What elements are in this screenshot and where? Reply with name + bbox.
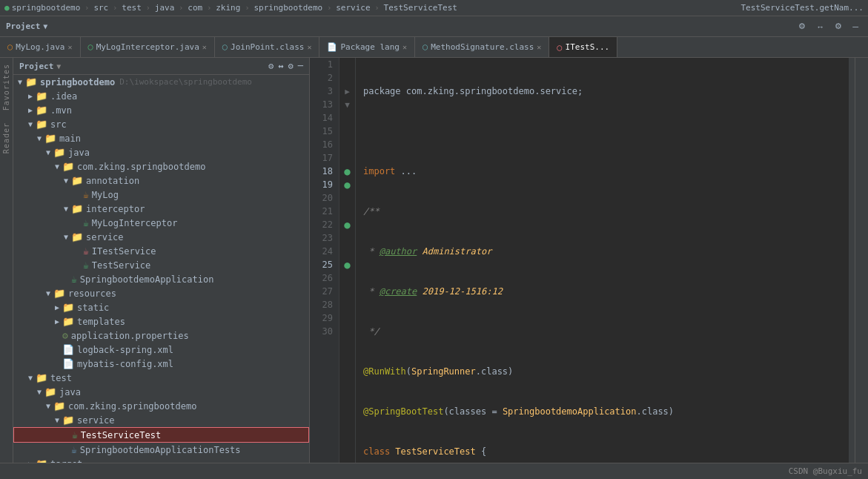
tab-close-methodsignature[interactable]: ✕: [537, 43, 541, 51]
tree-item-mvn[interactable]: ▶ 📁 .mvn: [13, 103, 309, 117]
tab-itests[interactable]: ○ ITestS...: [549, 37, 617, 57]
tree-item-static[interactable]: ▶ 📁 static: [13, 300, 309, 314]
sidebar-expand-icon[interactable]: ↔: [278, 61, 283, 71]
tab-label-itests: ITestS...: [566, 42, 610, 52]
tree-item-testservice[interactable]: ☕ TestService: [13, 258, 309, 272]
gutter-26: [339, 271, 355, 285]
sidebar-header: Project ▼ ⚙ ↔ ⚙ ─: [13, 58, 309, 75]
tree-item-src[interactable]: ▼ 📁 src: [13, 117, 309, 131]
tab-close-mylog[interactable]: ✕: [67, 43, 72, 51]
gutter-27: [339, 285, 355, 298]
tree-label-interceptor: interceptor: [86, 204, 145, 214]
gutter-1: [339, 58, 355, 71]
tab-methodsignature[interactable]: ○ MethodSignature.class ✕: [415, 37, 549, 57]
tree-item-templates[interactable]: ▶ 📁 templates: [13, 314, 309, 328]
breadcrumb-springbootdemo[interactable]: ● springbootdemo: [4, 3, 80, 13]
vtab-favorites[interactable]: Favorites: [1, 58, 12, 116]
line-num-28: 28: [310, 298, 333, 311]
line-num-20: 20: [310, 191, 333, 205]
tree-label-service-main: service: [86, 232, 124, 242]
arrow-mvn: ▶: [25, 106, 36, 114]
toolbar-minimize-btn[interactable]: ─: [849, 21, 862, 33]
tree-label-com-zking: com.zking.springbootdemo: [77, 162, 205, 172]
arrow-com-zking-test: ▼: [43, 402, 53, 410]
line-num-23: 23: [310, 231, 333, 245]
tab-close-joinpoint[interactable]: ✕: [307, 43, 311, 51]
run-icon-19[interactable]: ●: [344, 179, 350, 191]
run-icon-25[interactable]: ●: [344, 259, 350, 271]
tree-item-mylog[interactable]: ☕ MyLog: [13, 188, 309, 202]
tab-close-myloginterceptor[interactable]: ✕: [202, 43, 207, 51]
tree-item-itestservice[interactable]: ☕ ITestService: [13, 244, 309, 258]
arrow-test: ▼: [25, 374, 36, 382]
folder-icon-springbootdemo: 📁: [25, 76, 37, 87]
gutter-13: ▼: [339, 98, 355, 111]
tree-item-test[interactable]: ▼ 📁 test: [13, 371, 309, 385]
tree-item-springbootdemo[interactable]: ▼ 📁 springbootdemo D:\iwokspace\springbo…: [13, 75, 309, 89]
java-icon-springbootapp: ☕: [71, 274, 77, 285]
tree-item-idea[interactable]: ▶ 📁 .idea: [13, 89, 309, 103]
breadcrumb-springbootdemo2[interactable]: springbootdemo: [254, 3, 322, 13]
tree-item-target[interactable]: ▶ 📁 target: [13, 457, 309, 463]
toolbar-settings-btn[interactable]: ⚙: [795, 20, 809, 33]
tree-item-appprops[interactable]: ⚙ application.properties: [13, 328, 309, 343]
toolbar-gear-btn[interactable]: ⚙: [831, 20, 846, 33]
tree-item-main[interactable]: ▼ 📁 main: [13, 131, 309, 145]
tree-item-springbootapptests[interactable]: ☕ SpringbootdemoApplicationTests: [13, 443, 309, 457]
tab-joinpoint[interactable]: ○ JoinPoint.class ✕: [215, 37, 320, 57]
tree-item-java-test[interactable]: ▼ 📁 java: [13, 385, 309, 399]
tree-item-com-zking-test[interactable]: ▼ 📁 com.zking.springbootdemo: [13, 399, 309, 413]
tree-item-mybatis[interactable]: 📄 mybatis-config.xml: [13, 357, 309, 371]
editor: 1 2 3 13 14 15 16 17 18 19 20 21 22 23 2…: [310, 58, 855, 463]
gutter-14: [339, 111, 355, 125]
right-vtabs: [855, 58, 868, 463]
breadcrumb-test[interactable]: test: [122, 3, 142, 13]
tree-item-testservicetest[interactable]: ☕ TestServiceTest: [13, 427, 309, 443]
vtab-reader[interactable]: Reader: [1, 116, 12, 159]
sidebar-close-icon[interactable]: ─: [298, 61, 303, 71]
toolbar-layout-btn[interactable]: ↔: [812, 21, 828, 33]
breadcrumb-java[interactable]: java: [155, 3, 175, 13]
tree-item-service-test[interactable]: ▼ 📁 service: [13, 413, 309, 427]
tree-item-java[interactable]: ▼ 📁 java: [13, 145, 309, 159]
arrow-annotation: ▼: [61, 176, 71, 185]
tree-item-interceptor[interactable]: ▼ 📁 interceptor: [13, 202, 309, 216]
tab-close-packagelang[interactable]: ✕: [402, 43, 407, 51]
breadcrumb-com[interactable]: com: [188, 3, 202, 13]
fold-icon-13[interactable]: ▼: [345, 100, 350, 110]
tree-item-myloginterceptor[interactable]: ☕ MyLogInterceptor: [13, 216, 309, 230]
tab-icon-myloginterceptor: ○: [88, 42, 93, 52]
tree-label-main: main: [59, 133, 81, 144]
gutter-3: ▶: [339, 85, 355, 98]
vertical-scrollbar[interactable]: [849, 58, 855, 463]
run-icon-18[interactable]: ●: [344, 165, 350, 177]
tree-label-springbootapp: SpringbootdemoApplication: [80, 274, 214, 285]
tree-item-service-main[interactable]: ▼ 📁 service: [13, 230, 309, 244]
line-num-18: 18: [310, 165, 333, 178]
tree-item-springbootapp[interactable]: ☕ SpringbootdemoApplication: [13, 272, 309, 286]
line-numbers: 1 2 3 13 14 15 16 17 18 19 20 21 22 23 2…: [310, 58, 339, 463]
line-num-2: 2: [310, 71, 333, 85]
breadcrumb-testservicetest[interactable]: TestServiceTest: [384, 3, 457, 13]
breadcrumb-service[interactable]: service: [336, 3, 370, 13]
folder-icon-test: 📁: [36, 372, 47, 383]
tab-packagelang[interactable]: 📄 Package lang ✕: [319, 37, 415, 57]
breadcrumb-zking[interactable]: zking: [216, 3, 240, 13]
run-icon-22[interactable]: ●: [344, 219, 350, 231]
sidebar-sync-icon[interactable]: ⚙: [268, 61, 274, 71]
arrow-resources: ▼: [43, 289, 53, 297]
sidebar-header-icons: ⚙ ↔ ⚙ ─: [268, 61, 303, 71]
code-editor[interactable]: package com.zking.springbootdemo.service…: [356, 58, 849, 463]
tree-item-resources[interactable]: ▼ 📁 resources: [13, 286, 309, 300]
tab-myloginterceptor[interactable]: ○ MyLogInterceptor.java ✕: [81, 37, 215, 57]
tab-mylog[interactable]: ○ MyLog.java ✕: [0, 37, 81, 57]
tree-item-logback[interactable]: 📄 logback-spring.xml: [13, 343, 309, 357]
tab-label-joinpoint: JoinPoint.class: [231, 42, 304, 52]
tree-item-annotation[interactable]: ▼ 📁 annotation: [13, 174, 309, 188]
breadcrumb-src[interactable]: src: [93, 3, 108, 13]
fold-icon-3[interactable]: ▶: [345, 87, 350, 96]
sidebar-settings-icon[interactable]: ⚙: [288, 61, 294, 71]
java-icon-myloginterceptor: ☕: [83, 217, 89, 228]
tree-label-resources: resources: [68, 288, 116, 299]
tree-item-com-zking[interactable]: ▼ 📁 com.zking.springbootdemo: [13, 159, 309, 174]
